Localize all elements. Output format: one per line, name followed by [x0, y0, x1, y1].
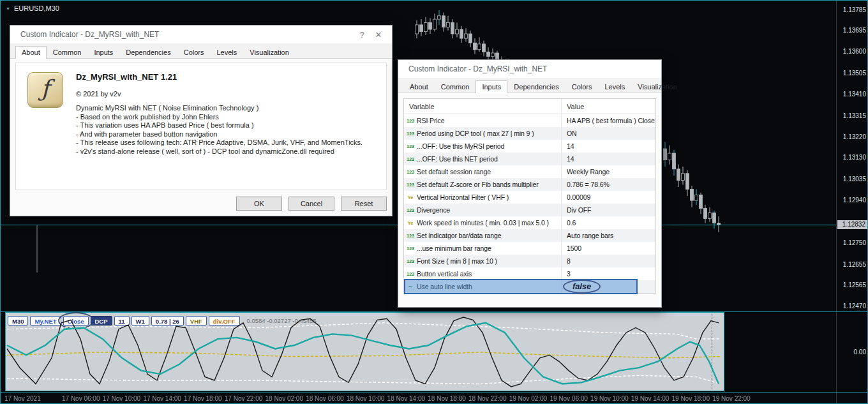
close-icon[interactable]: ✕ — [370, 30, 387, 40]
panel-button-vhf[interactable]: VHF — [186, 316, 207, 325]
panel-button-my-net[interactable]: My.NET — [30, 316, 61, 325]
tab-visualization[interactable]: Visualization — [631, 80, 684, 93]
variable-name: Font Size ( min 8 | max 10 ) — [417, 257, 561, 265]
variable-name: Set default session range — [417, 168, 561, 176]
table-row[interactable]: 123Period using DCP tool ( max 27 | min … — [404, 127, 655, 140]
price-label: 1.13220 — [843, 133, 866, 140]
tab-about[interactable]: About — [15, 46, 47, 59]
cancel-button[interactable]: Cancel — [288, 197, 334, 211]
table-row[interactable]: 123Set default session rangeWeekly Range — [404, 165, 655, 178]
price-label: 1.12655 — [843, 261, 866, 268]
panel-button-close[interactable]: Close — [63, 316, 89, 325]
variable-name: Period using DCP tool ( max 27 | min 9 ) — [417, 130, 561, 137]
table-row[interactable]: YeWork speed in minutes ( min. 0.03 | ma… — [404, 216, 655, 229]
table-row[interactable]: 123Font Size ( min 8 | max 10 )8 — [404, 255, 655, 267]
time-label: 18 Nov 22:00 — [468, 395, 507, 402]
indicator-subwindow[interactable]: M30My.NETCloseDCP11W10.78 | 26VHFdiv.OFF… — [5, 312, 724, 391]
variable-value[interactable]: 1500 — [561, 242, 655, 255]
variable-value[interactable]: 3 — [561, 267, 655, 280]
table-row[interactable]: 123...use minimum bar range1500 — [404, 242, 655, 255]
variable-value[interactable]: HA APB ( best formula ) Close — [561, 114, 655, 127]
variable-name: ...OFF: Use this NET period — [417, 155, 561, 163]
symbol-label-group: ▼ EURUSD,M30 — [6, 4, 59, 12]
chart-window[interactable]: ▼ EURUSD,M30 1.12832 1.137851.136951.136… — [0, 0, 868, 404]
variable-value[interactable]: Weekly Range — [561, 165, 655, 178]
table-row[interactable]: 123Button vertical axis3 — [404, 267, 655, 280]
tab-dependencies[interactable]: Dependencies — [507, 80, 565, 93]
price-label: 1.12565 — [843, 281, 866, 288]
indicator-name-version: Dz_MyRSI_with_NET 1.21 — [76, 72, 363, 82]
table-row[interactable]: 123...OFF: Use this NET period14 — [404, 153, 655, 165]
table-row[interactable]: 123RSI PriceHA APB ( best formula ) Clos… — [404, 114, 655, 127]
reset-button[interactable]: Reset — [341, 197, 387, 211]
description-line: - Based on the work published by John Eh… — [76, 113, 363, 122]
input-type-icon: 123 — [404, 258, 417, 264]
panel-button-11[interactable]: 11 — [114, 316, 130, 325]
tab-levels[interactable]: Levels — [210, 46, 243, 59]
table-row[interactable]: 123Set default Z-score or Fib bands mult… — [404, 178, 655, 191]
indicator-values-text: 0.0584 -0.02727 -0.45455 — [247, 317, 317, 324]
table-row[interactable]: 123Set indicatgor bar/data rangeAuto ran… — [404, 229, 655, 242]
time-label: 19 Nov 18:00 — [672, 395, 710, 402]
current-bar-marker — [712, 314, 712, 389]
dialog-inputs-titlebar[interactable]: Custom Indicator - Dz_MyRSI_with_NET — [398, 60, 661, 78]
tab-inputs[interactable]: Inputs — [87, 46, 119, 59]
tab-common[interactable]: Common — [435, 80, 476, 93]
table-row[interactable]: 123...OFF: Use this MyRSI period14 — [404, 140, 655, 153]
panel-button-m30[interactable]: M30 — [8, 316, 28, 325]
variable-name: Vertical Horizontal Filter ( VHF ) — [417, 193, 561, 201]
variable-value[interactable]: 14 — [561, 140, 655, 153]
price-label: 1.13035 — [843, 176, 866, 183]
tab-levels[interactable]: Levels — [598, 80, 631, 93]
dialog-about[interactable]: Custom Indicator - Dz_MyRSI_with_NET ? ✕… — [10, 25, 393, 216]
ok-button[interactable]: OK — [236, 197, 282, 211]
panel-button-0-78-26[interactable]: 0.78 | 26 — [151, 316, 184, 325]
table-row[interactable]: 123DivergenceDiv OFF — [404, 204, 655, 216]
variable-name: Divergence — [417, 206, 561, 214]
vertical-line-object[interactable] — [36, 225, 38, 273]
price-label: 1.13505 — [843, 70, 866, 77]
table-row[interactable]: YeVertical Horizontal Filter ( VHF )0.00… — [404, 191, 655, 204]
variable-value[interactable]: 0.00009 — [561, 191, 655, 204]
variable-name: Work speed in minutes ( min. 0.03 | max … — [417, 219, 561, 227]
input-type-icon: ~ — [404, 283, 417, 290]
variable-value[interactable]: Auto range bars — [561, 229, 655, 242]
time-label: 18 Nov 10:00 — [347, 395, 385, 402]
tab-colors[interactable]: Colors — [177, 46, 211, 59]
input-type-icon: 123 — [404, 271, 417, 277]
subwindow-bottom-separator[interactable] — [1, 392, 868, 393]
variable-value[interactable]: 14 — [561, 153, 655, 165]
variable-value[interactable]: 8 — [561, 255, 655, 267]
panel-button-w1[interactable]: W1 — [131, 316, 149, 325]
tab-common[interactable]: Common — [47, 46, 88, 59]
description-line: - And with parameter based button naviga… — [76, 130, 363, 139]
dialog-title: Custom Indicator - Dz_MyRSI_with_NET — [20, 30, 159, 39]
time-label: 18 Nov 02:00 — [266, 395, 304, 402]
tab-about[interactable]: About — [403, 80, 435, 93]
collapse-triangle-icon[interactable]: ▼ — [6, 6, 10, 11]
time-label: 17 Nov 2021 — [4, 395, 41, 402]
panel-button-dcp[interactable]: DCP — [91, 316, 112, 325]
table-row[interactable]: ~Use auto line widthfalse — [404, 280, 655, 293]
tab-visualization[interactable]: Visualization — [243, 46, 296, 59]
input-type-icon: 123 — [404, 118, 417, 124]
variable-value[interactable]: false — [561, 280, 655, 293]
variable-name: ...use minimum bar range — [417, 244, 561, 252]
help-button[interactable]: ? — [354, 30, 370, 40]
price-axis[interactable]: 1.12832 1.137851.136951.136001.135051.13… — [837, 1, 868, 404]
variable-value[interactable]: 0.6 — [561, 216, 655, 229]
variable-value[interactable]: ON — [561, 127, 655, 140]
dialog-inputs[interactable]: Custom Indicator - Dz_MyRSI_with_NET Abo… — [398, 59, 662, 308]
time-label: 17 Nov 22:00 — [225, 395, 263, 402]
tab-inputs[interactable]: Inputs — [475, 80, 507, 93]
indicator-description: Dynamic MyRSI with NET ( Noise Eliminati… — [76, 104, 363, 156]
time-axis[interactable]: 17 Nov 202117 Nov 06:0017 Nov 10:0017 No… — [1, 393, 868, 404]
variable-value[interactable]: Div OFF — [561, 204, 655, 216]
dialog-about-titlebar[interactable]: Custom Indicator - Dz_MyRSI_with_NET ? ✕ — [10, 26, 392, 43]
circled-value: false — [563, 280, 601, 294]
tab-colors[interactable]: Colors — [565, 80, 599, 93]
variable-value[interactable]: 0.786 = 78.6% — [561, 178, 655, 191]
time-label: 17 Nov 06:00 — [62, 395, 100, 402]
tab-dependencies[interactable]: Dependencies — [119, 46, 177, 59]
panel-button-div-off[interactable]: div.OFF — [209, 316, 240, 325]
